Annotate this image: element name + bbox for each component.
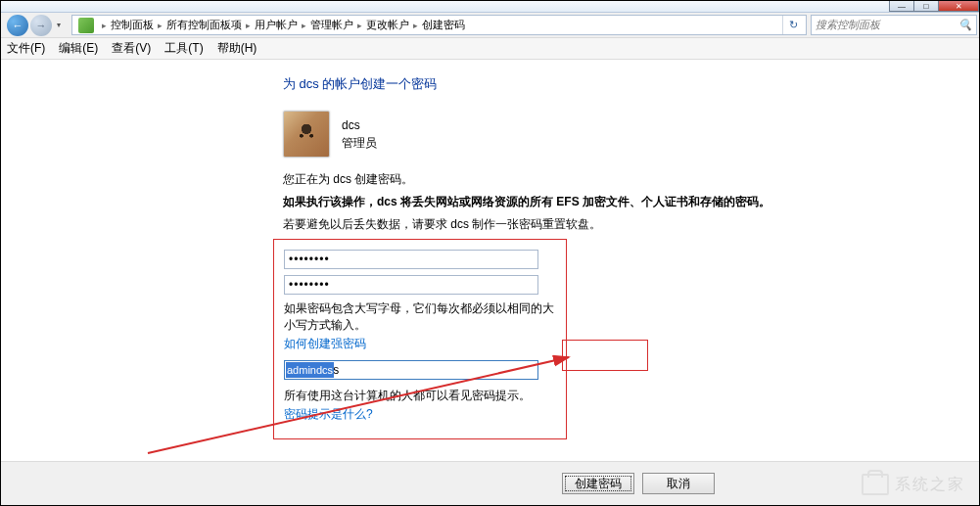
breadcrumb-sep: ▸ xyxy=(302,21,306,30)
address-bar[interactable]: ▸ 控制面板 ▸ 所有控制面板项 ▸ 用户帐户 ▸ 管理帐户 ▸ 更改帐户 ▸ … xyxy=(71,15,807,35)
breadcrumb-sep: ▸ xyxy=(357,21,362,30)
creating-for-text: 您正在为 dcs 创建密码。 xyxy=(283,171,772,188)
breadcrumb-item[interactable]: 更改帐户 xyxy=(366,18,409,32)
avatar xyxy=(283,111,330,158)
user-role: 管理员 xyxy=(342,134,377,152)
case-note: 如果密码包含大写字母，它们每次都必须以相同的大小写方式输入。 xyxy=(284,300,556,334)
page-title: 为 dcs 的帐户创建一个密码 xyxy=(283,75,772,93)
search-placeholder: 搜索控制面板 xyxy=(816,18,880,32)
search-box[interactable]: 搜索控制面板 🔍 xyxy=(811,15,977,35)
forward-button[interactable]: → xyxy=(30,15,52,36)
nav-arrows: ← → ▾ xyxy=(1,13,70,37)
breadcrumb-item[interactable]: 控制面板 xyxy=(111,18,154,32)
back-button[interactable]: ← xyxy=(7,15,28,36)
menu-help[interactable]: 帮助(H) xyxy=(217,40,257,57)
maximize-button[interactable]: □ xyxy=(913,0,939,12)
password-confirm-input[interactable] xyxy=(284,275,538,295)
user-name: dcs xyxy=(342,116,377,134)
hint-visible-note: 所有使用这台计算机的人都可以看见密码提示。 xyxy=(284,388,556,404)
search-icon[interactable]: 🔍 xyxy=(958,19,972,31)
warning-text: 如果执行该操作，dcs 将丢失网站或网络资源的所有 EFS 加密文件、个人证书和… xyxy=(283,194,772,210)
password-input[interactable] xyxy=(284,250,538,269)
nav-history-dropdown[interactable]: ▾ xyxy=(54,21,64,29)
footer-bar: 创建密码 取消 xyxy=(1,461,979,505)
cancel-button[interactable]: 取消 xyxy=(642,473,715,494)
menu-tools[interactable]: 工具(T) xyxy=(164,40,203,57)
breadcrumb-item[interactable]: 所有控制面板项 xyxy=(166,18,242,32)
breadcrumb-item[interactable]: 创建密码 xyxy=(422,18,465,32)
user-block: dcs 管理员 xyxy=(283,111,772,158)
breadcrumb-sep: ▸ xyxy=(413,21,418,30)
window-controls: — □ ✕ xyxy=(890,0,979,12)
watermark-icon xyxy=(862,474,889,495)
breadcrumb-sep: ▸ xyxy=(158,21,163,30)
annotation-redbox: 如果密码包含大写字母，它们每次都必须以相同的大小写方式输入。 如何创建强密码 a… xyxy=(273,239,567,439)
minimize-button[interactable]: — xyxy=(889,0,914,12)
refresh-button[interactable]: ↻ xyxy=(782,16,804,34)
breadcrumb-item[interactable]: 管理帐户 xyxy=(310,18,353,32)
strong-password-link[interactable]: 如何创建强密码 xyxy=(284,336,366,352)
watermark-text: 系统之家 xyxy=(895,475,965,495)
menu-edit[interactable]: 编辑(E) xyxy=(59,40,98,57)
breadcrumb-sep: ▸ xyxy=(246,21,251,30)
control-panel-icon xyxy=(78,18,94,33)
breadcrumb-item[interactable]: 用户帐户 xyxy=(255,18,298,32)
menu-bar: 文件(F) 编辑(E) 查看(V) 工具(T) 帮助(H) xyxy=(1,38,979,60)
menu-view[interactable]: 查看(V) xyxy=(112,40,151,57)
content-area: 为 dcs 的帐户创建一个密码 dcs 管理员 您正在为 dcs 创建密码。 如… xyxy=(1,60,979,463)
advice-text: 若要避免以后丢失数据，请要求 dcs 制作一张密码重置软盘。 xyxy=(283,216,772,233)
nav-row: ← → ▾ ▸ 控制面板 ▸ 所有控制面板项 ▸ 用户帐户 ▸ 管理帐户 ▸ 更… xyxy=(1,13,979,38)
watermark: 系统之家 xyxy=(862,474,965,495)
menu-file[interactable]: 文件(F) xyxy=(7,40,45,57)
what-is-hint-link[interactable]: 密码提示是什么? xyxy=(284,406,373,423)
breadcrumb-sep: ▸ xyxy=(102,21,107,30)
create-password-button[interactable]: 创建密码 xyxy=(562,473,634,494)
titlebar: — □ ✕ xyxy=(1,1,979,13)
hint-wrapper: admindcs xyxy=(284,360,538,384)
password-hint-input[interactable] xyxy=(284,360,538,380)
close-button[interactable]: ✕ xyxy=(938,0,979,12)
